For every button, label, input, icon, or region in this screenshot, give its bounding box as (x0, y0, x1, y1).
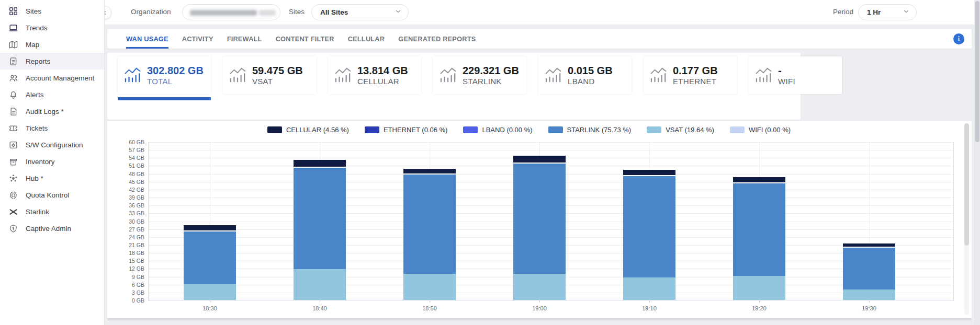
chart-card-scrollbar-thumb[interactable] (964, 123, 969, 246)
y-axis-tick-label: 15 GB (114, 258, 144, 264)
metric-tile-lband[interactable]: 0.015 GBLBAND (538, 56, 632, 94)
y-axis-tick-label: 0 GB (114, 297, 144, 304)
bar-segment-cellular-19:20[interactable] (733, 177, 785, 182)
sidebar-item-captive-admin[interactable]: Captive Admin (0, 220, 104, 237)
legend-item-starlink[interactable]: STARLINK (75.73 %) (548, 126, 632, 134)
legend-item-lband[interactable]: LBAND (0.00 %) (463, 126, 532, 134)
stacked-bar-18:30 (184, 142, 236, 300)
y-axis-tick-label: 36 GB (114, 202, 144, 208)
stacked-bar-18:50 (403, 142, 456, 300)
info-icon[interactable]: i (953, 33, 964, 44)
bar-segment-vsat-18:40[interactable] (294, 269, 346, 300)
bar-segment-vsat-19:10[interactable] (623, 277, 675, 300)
bar-segment-cellular-19:30[interactable] (843, 243, 895, 247)
stacked-bar-chart: 0 GB3 GB6 GB9 GB12 GB15 GB18 GB21 GB24 G… (148, 142, 954, 300)
mini-chart-icon (545, 67, 562, 83)
tab-wan-usage[interactable]: WAN USAGE (126, 29, 168, 49)
sidebar-item-reports[interactable]: Reports (0, 53, 104, 69)
bar-segment-starlink-19:10[interactable] (623, 175, 675, 277)
bar-segment-cellular-18:30[interactable] (184, 225, 236, 230)
sidebar-item-trends[interactable]: Trends (0, 19, 104, 36)
y-axis-tick-label: 27 GB (114, 226, 144, 233)
sidebar-item-tickets[interactable]: Tickets (0, 120, 104, 136)
stacked-bar-19:20 (733, 142, 785, 300)
bar-segment-starlink-18:40[interactable] (294, 167, 346, 269)
sidebar-item-sites[interactable]: Sites (0, 3, 104, 19)
metric-tile-cellular[interactable]: 13.814 GBCELLULAR (328, 56, 421, 94)
legend-swatch (730, 126, 745, 133)
bar-segment-vsat-18:30[interactable] (184, 284, 236, 300)
metric-label: LBAND (568, 77, 613, 86)
bar-segment-cellular-18:50[interactable] (403, 169, 456, 174)
tab-firewall[interactable]: FIREWALL (227, 29, 262, 49)
sidebar-item-quota-kontrol[interactable]: Quota Kontrol (0, 187, 104, 203)
sidebar-item-label: Sites (26, 7, 41, 15)
x-axis-tick-label: 19:10 (631, 305, 668, 311)
metric-tile-wifi[interactable]: -WIFI (749, 56, 842, 94)
metric-label: WIFI (778, 77, 795, 86)
organization-label: Organization (131, 8, 171, 16)
sidebar-item-hub[interactable]: Hub * (0, 170, 104, 187)
organization-select[interactable] (182, 4, 280, 20)
metric-tile-total[interactable]: 302.802 GBTOTAL (118, 56, 211, 94)
metric-tile-vsat[interactable]: 59.475 GBVSAT (223, 56, 316, 94)
metric-tile-ethernet[interactable]: 0.177 GBETHERNET (644, 56, 737, 94)
bar-segment-starlink-18:50[interactable] (403, 174, 456, 274)
y-axis-tick-label: 48 GB (114, 171, 144, 177)
bar-segment-cellular-19:10[interactable] (623, 170, 675, 175)
sites-select-value: All Sites (312, 8, 348, 16)
y-axis-tick-label: 42 GB (114, 187, 144, 193)
bar-segment-cellular-19:00[interactable] (513, 156, 566, 162)
period-select[interactable]: 1 Hr (858, 4, 917, 20)
chevron-down-icon (903, 8, 910, 17)
bar-segment-vsat-19:00[interactable] (513, 274, 566, 300)
sidebar-item-inventory[interactable]: Inventory (0, 153, 104, 170)
sidebar-item-alerts[interactable]: Alerts (0, 86, 104, 103)
sidebar-item-audit-logs[interactable]: Audit Logs * (0, 103, 104, 120)
sidebar-item-label: Account Management (26, 74, 94, 82)
mini-chart-icon (124, 67, 142, 83)
metric-tile-starlink[interactable]: 229.321 GBSTARLINK (433, 56, 526, 94)
bar-segment-cellular-18:40[interactable] (294, 160, 346, 167)
tab-content-filter[interactable]: CONTENT FILTER (276, 29, 334, 49)
bar-segment-starlink-19:30[interactable] (843, 247, 895, 289)
legend-item-vsat[interactable]: VSAT (19.64 %) (647, 126, 714, 134)
tab-generated-reports[interactable]: GENERATED REPORTS (398, 29, 476, 49)
y-axis-tick-label: 45 GB (114, 179, 144, 185)
metric-value: - (778, 65, 795, 77)
chart-card-scrollbar[interactable] (964, 123, 969, 315)
y-axis-tick-label: 57 GB (114, 147, 144, 153)
sidebar-item-map[interactable]: Map (0, 36, 104, 53)
page-scrollbar[interactable] (974, 0, 980, 325)
sites-select[interactable]: All Sites (311, 4, 409, 20)
legend-item-cellular[interactable]: CELLULAR (4.56 %) (267, 126, 349, 134)
tab-cellular[interactable]: CELLULAR (348, 29, 385, 49)
split-circle-icon (8, 190, 19, 200)
bar-segment-vsat-19:30[interactable] (843, 289, 895, 300)
y-axis-tick-label: 18 GB (114, 250, 144, 256)
legend-label: VSAT (19.64 %) (666, 126, 714, 134)
bell-icon (8, 89, 19, 100)
stacked-bar-19:30 (843, 142, 895, 300)
tab-activity[interactable]: ACTIVITY (182, 29, 213, 49)
page-scrollbar-thumb[interactable] (975, 1, 979, 142)
bar-segment-starlink-18:30[interactable] (184, 230, 236, 284)
sites-label: Sites (289, 8, 305, 16)
sidebar-item-s-w-configuration[interactable]: S/W Configuration (0, 136, 104, 153)
bar-segment-starlink-19:00[interactable] (513, 162, 566, 273)
x-axis-tick-label: 18:50 (411, 305, 448, 311)
wan-usage-summary: 302.802 GBTOTAL59.475 GBVSAT13.814 GBCEL… (107, 53, 801, 120)
x-axis-tick (210, 300, 210, 303)
bar-segment-vsat-18:50[interactable] (403, 274, 456, 300)
wan-usage-chart-card: CELLULAR (4.56 %)ETHERNET (0.06 %)LBAND … (107, 121, 972, 320)
legend-item-wifi[interactable]: WIFI (0.00 %) (730, 126, 791, 134)
bar-segment-starlink-19:20[interactable] (733, 182, 785, 276)
shield-person-icon (8, 223, 19, 234)
legend-item-ethernet[interactable]: ETHERNET (0.06 %) (365, 126, 448, 134)
bar-segment-vsat-19:20[interactable] (733, 276, 785, 300)
organization-value-redacted-tail (259, 10, 276, 16)
sidebar-item-starlink[interactable]: Starlink (0, 203, 104, 220)
sidebar-item-account-management[interactable]: Account Management (0, 69, 104, 86)
legend-label: ETHERNET (0.06 %) (384, 126, 448, 134)
map-icon (8, 39, 19, 50)
